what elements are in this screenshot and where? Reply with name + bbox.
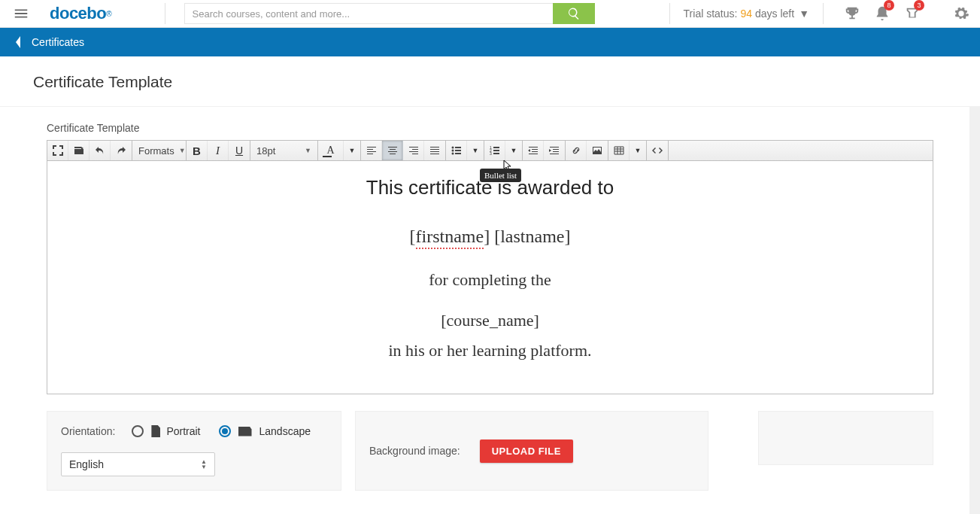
bell-icon[interactable]: 8 — [867, 0, 897, 27]
trophy-icon[interactable] — [837, 0, 867, 27]
fullscreen-button[interactable] — [47, 141, 68, 160]
source-code-button[interactable] — [647, 141, 668, 160]
editor-body[interactable]: Bullet list This certificate is awarded … — [47, 161, 933, 394]
divider — [669, 3, 670, 24]
gear-icon[interactable] — [942, 0, 980, 27]
search-input[interactable] — [184, 3, 553, 24]
breadcrumb: Certificates — [0, 28, 980, 56]
language-select[interactable]: English ▲▼ — [61, 452, 215, 476]
underline-button[interactable]: U — [229, 141, 250, 160]
editor-toolbar: Formats▼ B I U 18pt▼ A ▼ ▼ 123 ▼ — [47, 140, 933, 161]
svg-point-2 — [451, 153, 454, 155]
back-button[interactable] — [11, 36, 26, 48]
logo-text: docebo — [50, 4, 106, 23]
bullet-list-dropdown[interactable]: ▼ — [467, 141, 484, 160]
textcolor-dropdown[interactable]: ▼ — [344, 141, 360, 160]
link-button[interactable] — [566, 141, 587, 160]
fontsize-select[interactable]: 18pt▼ — [250, 141, 318, 160]
extra-panel — [758, 411, 933, 465]
editor-line: [course_name] — [62, 311, 918, 330]
notification-badge: 3 — [914, 0, 924, 11]
radio-icon — [219, 425, 231, 437]
editor-label: Certificate Template — [47, 122, 933, 134]
search-button[interactable] — [553, 3, 595, 24]
orientation-label: Orientation: — [61, 425, 115, 437]
orientation-portrait[interactable]: Portrait — [132, 425, 200, 437]
bold-button[interactable]: B — [187, 141, 208, 160]
redo-button[interactable] — [111, 141, 132, 160]
editor-line: This certificate is awarded to — [62, 176, 918, 199]
align-justify-button[interactable] — [424, 141, 445, 160]
chevron-down-icon: ▼ — [799, 8, 809, 20]
upload-file-button[interactable]: UPLOAD FILE — [480, 439, 573, 463]
align-right-button[interactable] — [403, 141, 424, 160]
align-center-button[interactable] — [382, 141, 403, 160]
menu-hamburger[interactable] — [0, 0, 42, 27]
editor-line: [firstname] [lastname] — [62, 227, 918, 249]
divider — [165, 3, 165, 24]
breadcrumb-label[interactable]: Certificates — [32, 36, 84, 48]
orientation-panel: Orientation: Portrait Landscape English … — [47, 411, 341, 491]
background-label: Background image: — [369, 445, 460, 457]
radio-icon — [132, 425, 144, 437]
inbox-icon[interactable]: 3 — [897, 0, 927, 27]
undo-button[interactable] — [90, 141, 111, 160]
numbered-list-button[interactable]: 123 — [484, 141, 505, 160]
numbered-list-dropdown[interactable]: ▼ — [505, 141, 522, 160]
trial-suffix: days left — [755, 8, 794, 20]
orientation-landscape[interactable]: Landscape — [219, 425, 311, 437]
preview-button[interactable] — [68, 141, 90, 160]
trial-status[interactable]: Trial status: 94 days left ▼ — [684, 8, 809, 20]
table-dropdown[interactable]: ▼ — [630, 141, 646, 160]
align-left-button[interactable] — [361, 141, 382, 160]
bullet-list-button[interactable] — [446, 141, 467, 160]
page-title: Certificate Template — [33, 73, 947, 91]
textcolor-button[interactable]: A — [318, 141, 344, 160]
divider — [823, 3, 824, 24]
cursor-icon — [502, 160, 514, 175]
notification-badge: 8 — [884, 0, 894, 11]
indent-button[interactable] — [544, 141, 565, 160]
svg-point-0 — [451, 147, 454, 149]
image-button[interactable] — [587, 141, 608, 160]
italic-button[interactable]: I — [208, 141, 229, 160]
background-panel: Background image: UPLOAD FILE — [355, 411, 708, 491]
svg-text:3: 3 — [490, 151, 492, 156]
editor-line: for completing the — [62, 270, 918, 290]
landscape-icon — [238, 427, 252, 436]
table-button[interactable] — [608, 141, 630, 160]
editor-line: in his or her learning platform. — [62, 341, 918, 360]
scrollbar[interactable] — [969, 106, 980, 513]
outdent-button[interactable] — [523, 141, 544, 160]
trial-prefix: Trial status: — [684, 8, 738, 20]
select-arrows-icon: ▲▼ — [201, 459, 207, 470]
svg-point-1 — [451, 150, 454, 152]
logo: docebo® — [42, 0, 120, 27]
formats-select[interactable]: Formats▼ — [132, 141, 187, 160]
portrait-icon — [151, 425, 160, 437]
trial-days: 94 — [740, 8, 752, 20]
